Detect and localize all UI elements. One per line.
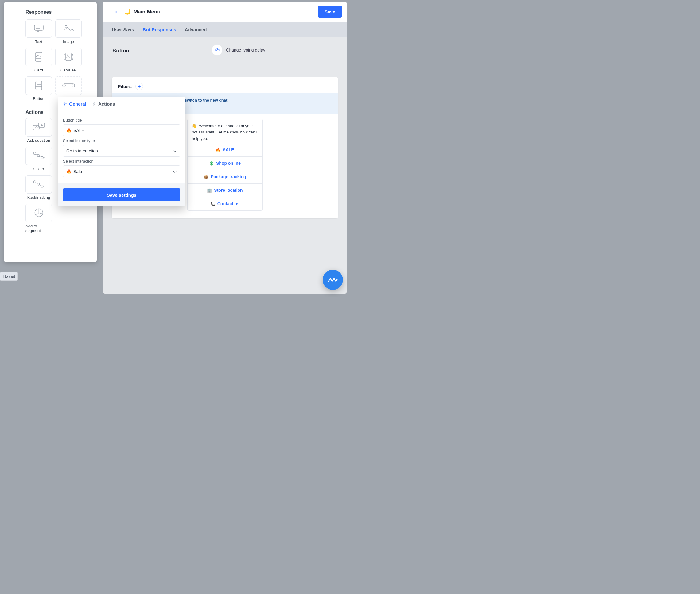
chat-button[interactable]: 🔥SALE xyxy=(188,143,262,157)
chat-button-label: SALE xyxy=(223,147,234,152)
tile-card[interactable]: Card xyxy=(26,48,52,72)
chat-button-emoji: 📞 xyxy=(210,202,215,206)
svg-point-22 xyxy=(72,85,73,86)
svg-text:A: A xyxy=(41,124,43,127)
action-backtracking[interactable]: Backtracking xyxy=(26,175,52,200)
chat-welcome-text: Welcome to our shop! I'm your bot assist… xyxy=(192,124,257,140)
tile-text[interactable]: Text xyxy=(26,19,52,44)
delay-value: +2s xyxy=(212,44,223,56)
interaction-label: Select interaction xyxy=(63,159,180,164)
button-type-value: Go to interaction xyxy=(66,148,98,154)
chat-button-label: Shop online xyxy=(216,161,241,166)
back-arrow-icon[interactable] xyxy=(108,6,120,18)
button-title-value: SALE xyxy=(73,128,85,133)
chat-button-label: Contact us xyxy=(217,201,240,206)
svg-point-30 xyxy=(33,181,36,183)
svg-point-39 xyxy=(64,104,65,105)
notice-bold: switch to the new chat xyxy=(185,98,227,102)
svg-point-14 xyxy=(67,55,68,56)
filters-label: Filters xyxy=(118,84,132,89)
tab-user-says[interactable]: User Says xyxy=(112,27,134,32)
button-title-label: Button title xyxy=(63,118,180,123)
svg-point-31 xyxy=(37,183,40,185)
chat-fab[interactable] xyxy=(323,270,343,290)
popover-tab-actions-label: Actions xyxy=(98,101,115,106)
fire-icon: 🔥 xyxy=(66,128,71,133)
button-icon xyxy=(34,80,43,92)
delay-connector xyxy=(260,56,260,67)
tile-label: Text xyxy=(35,39,42,44)
svg-point-21 xyxy=(64,85,65,86)
chevron-down-icon xyxy=(173,169,177,174)
tile-label: Carousel xyxy=(61,68,76,72)
typing-delay[interactable]: +2s Change typing delay xyxy=(212,44,265,56)
editor-tabs: User Says Bot Responses Advanced xyxy=(103,22,347,37)
action-label: Ask question xyxy=(27,138,50,143)
action-label: Backtracking xyxy=(27,195,50,200)
chat-button-emoji: 💲 xyxy=(209,161,214,166)
card-icon xyxy=(34,52,43,63)
carousel-icon xyxy=(62,52,75,62)
tile-label: Button xyxy=(33,96,44,101)
tile-image[interactable]: Image xyxy=(55,19,82,44)
delay-label: Change typing delay xyxy=(226,47,265,53)
button-type-select[interactable]: Go to interaction xyxy=(63,145,180,157)
tab-advanced[interactable]: Advanced xyxy=(185,27,207,32)
svg-rect-15 xyxy=(36,81,42,90)
chat-button[interactable]: 🏢Store location xyxy=(188,184,262,197)
svg-point-40 xyxy=(66,103,67,104)
chevron-down-icon xyxy=(173,148,177,154)
chat-button-emoji: 🏢 xyxy=(207,188,212,193)
action-goto[interactable]: Go To xyxy=(26,147,52,171)
chat-emoji: 👋 xyxy=(192,124,197,128)
tile-label: Image xyxy=(63,39,74,44)
flow-title: 🌙 Main Menu xyxy=(124,9,161,15)
chat-button[interactable]: 📞Contact us xyxy=(188,197,262,210)
backtracking-icon xyxy=(32,180,45,189)
flow-title-text: Main Menu xyxy=(133,9,161,15)
cart-chip[interactable]: I to cart xyxy=(0,272,18,281)
chat-button-label: Store location xyxy=(214,188,243,193)
action-label: Add to segment xyxy=(26,224,52,233)
interaction-value: Sale xyxy=(73,169,82,174)
text-icon xyxy=(33,24,44,33)
action-add-segment[interactable]: Add to segment xyxy=(26,204,52,233)
chat-button[interactable]: 💲Shop online xyxy=(188,157,262,170)
chat-preview: 👋 Welcome to our shop! I'm your bot assi… xyxy=(187,119,262,210)
image-icon xyxy=(63,24,74,33)
chat-button-label: Package tracking xyxy=(211,174,246,179)
popover-tab-actions[interactable]: Actions xyxy=(92,101,115,106)
svg-point-29 xyxy=(41,157,43,159)
svg-point-32 xyxy=(41,185,43,188)
svg-point-38 xyxy=(64,103,64,104)
chat-button-emoji: 📦 xyxy=(203,174,209,179)
interaction-select[interactable]: 🔥 Sale xyxy=(63,165,180,177)
action-label: Go To xyxy=(33,167,44,171)
popover-tab-general[interactable]: General xyxy=(63,101,86,106)
quick-reply-icon xyxy=(62,83,75,89)
button-type-label: Select button type xyxy=(63,138,180,143)
tile-button[interactable]: Button xyxy=(26,76,52,101)
action-ask-question[interactable]: QA Ask question xyxy=(26,118,52,143)
svg-rect-20 xyxy=(63,84,74,87)
svg-rect-5 xyxy=(34,25,43,30)
chat-button[interactable]: 📦Package tracking xyxy=(188,170,262,184)
responses-title: Responses xyxy=(26,9,92,15)
svg-point-8 xyxy=(65,26,67,27)
tile-carousel[interactable]: Carousel xyxy=(55,48,82,72)
save-button[interactable]: Save xyxy=(318,6,342,18)
popover-tab-general-label: General xyxy=(69,101,86,106)
segment-icon xyxy=(34,208,44,219)
add-filter-button[interactable]: + xyxy=(135,82,143,90)
tile-label: Card xyxy=(34,68,43,72)
ask-question-icon: QA xyxy=(32,123,45,132)
svg-text:Q: Q xyxy=(35,126,38,130)
flow-emoji: 🌙 xyxy=(124,9,131,15)
fire-icon: 🔥 xyxy=(66,169,71,174)
tab-bot-responses[interactable]: Bot Responses xyxy=(143,27,176,32)
chat-button-emoji: 🔥 xyxy=(216,147,220,152)
goto-icon xyxy=(32,151,45,161)
save-settings-button[interactable]: Save settings xyxy=(63,188,180,201)
button-title-input[interactable]: 🔥 SALE xyxy=(63,124,180,136)
button-settings-popover: General Actions Button title 🔥 SALE Sele… xyxy=(58,97,185,206)
